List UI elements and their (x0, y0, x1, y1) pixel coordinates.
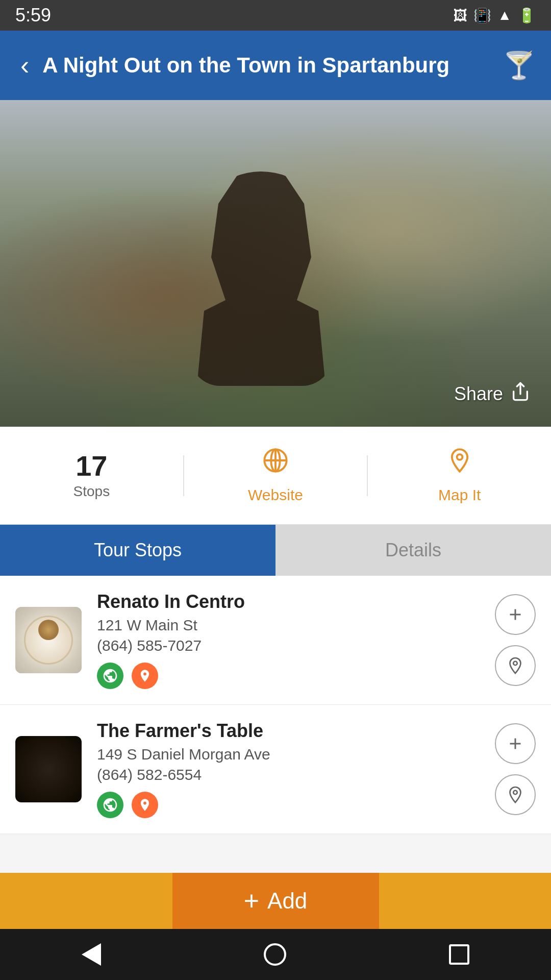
mapit-label: Map It (438, 486, 481, 504)
pin-button-1[interactable] (132, 663, 158, 689)
mapit-item[interactable]: Map It (368, 442, 551, 509)
header: ‹ A Night Out on the Town in Spartanburg… (0, 31, 551, 100)
back-triangle-icon (82, 943, 101, 966)
back-button[interactable]: ‹ (15, 45, 34, 86)
stop-phone-2: (864) 582-6554 (97, 766, 480, 783)
hero-image: Share (0, 100, 551, 427)
share-icon (510, 381, 531, 406)
svg-point-5 (457, 454, 462, 460)
add-button-bar: + Add (0, 873, 551, 929)
stop-name-1: Renato In Centro (97, 591, 480, 612)
stops-label: Stops (73, 483, 110, 500)
status-bar: 5:59 🖼 📳 ▲ 🔋 (0, 0, 551, 31)
list-item: Renato In Centro 121 W Main St (864) 585… (0, 576, 551, 705)
stop-actions-1 (495, 594, 536, 686)
svg-point-8 (513, 662, 517, 666)
tabs: Tour Stops Details (0, 525, 551, 576)
map-stop-button-1[interactable] (495, 645, 536, 686)
nav-recents-button[interactable] (449, 944, 469, 965)
wifi-icon: ▲ (497, 7, 512, 23)
stop-quick-icons-1 (97, 663, 480, 689)
plate-image (15, 607, 82, 673)
image-icon: 🖼 (453, 7, 467, 24)
cocktail-icon[interactable]: 🍸 (503, 50, 536, 81)
globe-button-2[interactable] (97, 792, 123, 818)
add-button-left (0, 873, 172, 929)
status-time: 5:59 (15, 5, 51, 26)
stop-image-1 (15, 607, 82, 673)
recents-square-icon (449, 944, 469, 965)
stops-number: 17 (76, 452, 107, 480)
page-title: A Night Out on the Town in Spartanburg (42, 53, 503, 78)
stop-info-1: Renato In Centro 121 W Main St (864) 585… (97, 591, 480, 689)
stop-name-2: The Farmer's Table (97, 720, 480, 742)
stop-phone-1: (864) 585-7027 (97, 637, 480, 654)
website-item[interactable]: Website (184, 442, 367, 509)
add-stop-button-2[interactable] (495, 723, 536, 764)
stop-info-2: The Farmer's Table 149 S Daniel Morgan A… (97, 720, 480, 818)
tour-stops-list: Renato In Centro 121 W Main St (864) 585… (0, 576, 551, 834)
website-icon (262, 447, 289, 479)
stop-image-2 (15, 736, 82, 802)
website-label: Website (248, 486, 303, 504)
add-button-right (379, 873, 552, 929)
map-stop-button-2[interactable] (495, 774, 536, 815)
stop-address-2: 149 S Daniel Morgan Ave (97, 746, 480, 763)
add-plus-icon: + (244, 886, 259, 916)
share-button[interactable]: Share (454, 381, 531, 406)
battery-icon: 🔋 (518, 7, 536, 24)
add-button-label: Add (267, 888, 307, 914)
nav-back-button[interactable] (82, 943, 101, 966)
stats-bar: 17 Stops Website Map It (0, 427, 551, 525)
stop-address-1: 121 W Main St (97, 617, 480, 634)
add-button[interactable]: + Add (172, 873, 379, 929)
stops-count-item: 17 Stops (0, 447, 183, 505)
add-stop-button-1[interactable] (495, 594, 536, 635)
stop-actions-2 (495, 723, 536, 815)
status-icons: 🖼 📳 ▲ 🔋 (453, 7, 536, 24)
mapit-icon (446, 447, 473, 479)
list-item: The Farmer's Table 149 S Daniel Morgan A… (0, 705, 551, 834)
globe-button-1[interactable] (97, 663, 123, 689)
stop-quick-icons-2 (97, 792, 480, 818)
tab-details[interactable]: Details (276, 525, 551, 576)
share-label: Share (454, 383, 503, 405)
home-circle-icon (264, 943, 286, 966)
tab-tour-stops[interactable]: Tour Stops (0, 525, 276, 576)
android-nav-bar (0, 929, 551, 980)
svg-point-11 (513, 791, 517, 795)
nav-home-button[interactable] (264, 943, 286, 966)
vibrate-icon: 📳 (473, 7, 491, 24)
pancakes-image (15, 736, 82, 802)
pin-button-2[interactable] (132, 792, 158, 818)
